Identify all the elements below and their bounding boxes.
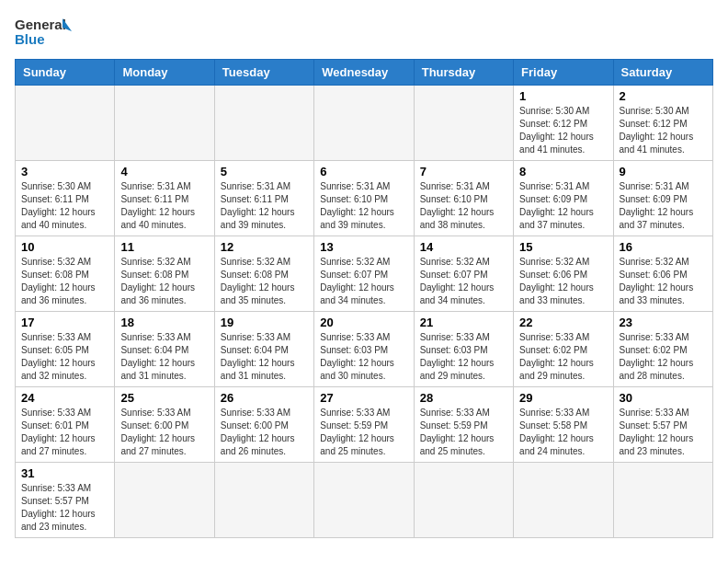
calendar-cell: 9Sunrise: 5:31 AM Sunset: 6:09 PM Daylig… [613,161,712,236]
calendar-week-row: 3Sunrise: 5:30 AM Sunset: 6:11 PM Daylig… [16,161,713,236]
calendar-cell [214,463,313,538]
day-info: Sunrise: 5:33 AM Sunset: 6:02 PM Dayligh… [519,331,607,383]
calendar-cell [514,463,613,538]
day-info: Sunrise: 5:33 AM Sunset: 5:57 PM Dayligh… [620,407,707,458]
calendar-cell [115,86,214,161]
calendar-cell [414,86,513,161]
day-info: Sunrise: 5:31 AM Sunset: 6:11 PM Dayligh… [221,180,308,232]
day-number: 31 [21,466,108,480]
calendar-cell: 16Sunrise: 5:32 AM Sunset: 6:06 PM Dayli… [613,236,712,312]
day-number: 27 [320,391,407,405]
calendar-cell: 22Sunrise: 5:33 AM Sunset: 6:02 PM Dayli… [514,312,613,387]
calendar-cell: 17Sunrise: 5:33 AM Sunset: 6:05 PM Dayli… [16,312,115,387]
day-number: 6 [320,165,407,178]
calendar-cell: 25Sunrise: 5:33 AM Sunset: 6:00 PM Dayli… [115,387,214,463]
day-info: Sunrise: 5:31 AM Sunset: 6:10 PM Dayligh… [320,180,407,232]
day-info: Sunrise: 5:32 AM Sunset: 6:08 PM Dayligh… [120,256,208,307]
calendar-cell [314,86,414,161]
svg-text:General: General [15,17,66,32]
calendar-cell: 29Sunrise: 5:33 AM Sunset: 5:58 PM Dayli… [514,387,613,463]
day-info: Sunrise: 5:33 AM Sunset: 6:02 PM Dayligh… [620,331,707,383]
day-info: Sunrise: 5:33 AM Sunset: 6:05 PM Dayligh… [21,331,108,383]
weekday-header-sunday: Sunday [16,60,115,86]
day-number: 12 [221,240,308,254]
calendar-cell: 23Sunrise: 5:33 AM Sunset: 6:02 PM Dayli… [613,312,712,387]
day-number: 11 [120,240,208,254]
day-info: Sunrise: 5:33 AM Sunset: 5:58 PM Dayligh… [519,407,607,458]
calendar-cell: 7Sunrise: 5:31 AM Sunset: 6:10 PM Daylig… [414,161,513,236]
day-info: Sunrise: 5:32 AM Sunset: 6:06 PM Dayligh… [519,256,607,307]
day-info: Sunrise: 5:33 AM Sunset: 6:03 PM Dayligh… [420,331,507,383]
weekday-header-thursday: Thursday [414,60,513,86]
day-number: 13 [320,240,407,254]
calendar-cell: 24Sunrise: 5:33 AM Sunset: 6:01 PM Dayli… [16,387,115,463]
day-number: 23 [620,316,707,329]
day-number: 21 [420,316,507,329]
calendar-cell: 31Sunrise: 5:33 AM Sunset: 5:57 PM Dayli… [16,463,115,538]
day-number: 5 [221,165,308,178]
day-number: 16 [620,240,707,254]
day-info: Sunrise: 5:32 AM Sunset: 6:08 PM Dayligh… [21,256,108,307]
day-number: 14 [420,240,507,254]
weekday-header-tuesday: Tuesday [214,60,313,86]
calendar-cell: 8Sunrise: 5:31 AM Sunset: 6:09 PM Daylig… [514,161,613,236]
calendar-table: SundayMondayTuesdayWednesdayThursdayFrid… [15,59,713,538]
calendar-cell: 19Sunrise: 5:33 AM Sunset: 6:04 PM Dayli… [214,312,313,387]
calendar-week-row: 17Sunrise: 5:33 AM Sunset: 6:05 PM Dayli… [16,312,713,387]
day-info: Sunrise: 5:31 AM Sunset: 6:09 PM Dayligh… [620,180,707,232]
day-info: Sunrise: 5:32 AM Sunset: 6:07 PM Dayligh… [320,256,407,307]
day-info: Sunrise: 5:33 AM Sunset: 6:00 PM Dayligh… [221,407,308,458]
day-number: 18 [120,316,208,329]
day-info: Sunrise: 5:32 AM Sunset: 6:06 PM Dayligh… [620,256,707,307]
day-info: Sunrise: 5:31 AM Sunset: 6:11 PM Dayligh… [120,180,208,232]
calendar-week-row: 24Sunrise: 5:33 AM Sunset: 6:01 PM Dayli… [16,387,713,463]
weekday-header-wednesday: Wednesday [314,60,414,86]
calendar-cell: 14Sunrise: 5:32 AM Sunset: 6:07 PM Dayli… [414,236,513,312]
calendar-cell: 30Sunrise: 5:33 AM Sunset: 5:57 PM Dayli… [613,387,712,463]
calendar-cell: 18Sunrise: 5:33 AM Sunset: 6:04 PM Dayli… [115,312,214,387]
calendar-cell: 1Sunrise: 5:30 AM Sunset: 6:12 PM Daylig… [514,86,613,161]
logo: GeneralBlue [15,15,79,48]
day-info: Sunrise: 5:30 AM Sunset: 6:12 PM Dayligh… [620,105,707,156]
calendar-cell: 4Sunrise: 5:31 AM Sunset: 6:11 PM Daylig… [115,161,214,236]
day-number: 19 [221,316,308,329]
day-info: Sunrise: 5:33 AM Sunset: 6:04 PM Dayligh… [120,331,208,383]
calendar-cell: 5Sunrise: 5:31 AM Sunset: 6:11 PM Daylig… [214,161,313,236]
day-number: 22 [519,316,607,329]
calendar-cell: 12Sunrise: 5:32 AM Sunset: 6:08 PM Dayli… [214,236,313,312]
day-number: 25 [120,391,208,405]
day-number: 4 [120,165,208,178]
day-number: 1 [519,89,607,103]
day-info: Sunrise: 5:33 AM Sunset: 5:59 PM Dayligh… [320,407,407,458]
day-number: 24 [21,391,108,405]
generalblue-logo-icon: GeneralBlue [15,15,79,48]
page-header: GeneralBlue [15,15,713,48]
calendar-week-row: 31Sunrise: 5:33 AM Sunset: 5:57 PM Dayli… [16,463,713,538]
day-info: Sunrise: 5:31 AM Sunset: 6:10 PM Dayligh… [420,180,507,232]
calendar-cell: 26Sunrise: 5:33 AM Sunset: 6:00 PM Dayli… [214,387,313,463]
day-info: Sunrise: 5:30 AM Sunset: 6:11 PM Dayligh… [21,180,108,232]
calendar-cell: 3Sunrise: 5:30 AM Sunset: 6:11 PM Daylig… [16,161,115,236]
calendar-week-row: 1Sunrise: 5:30 AM Sunset: 6:12 PM Daylig… [16,86,713,161]
weekday-header-saturday: Saturday [613,60,712,86]
day-number: 17 [21,316,108,329]
calendar-cell [16,86,115,161]
day-number: 29 [519,391,607,405]
day-info: Sunrise: 5:33 AM Sunset: 6:03 PM Dayligh… [320,331,407,383]
day-number: 8 [519,165,607,178]
day-info: Sunrise: 5:33 AM Sunset: 6:00 PM Dayligh… [120,407,208,458]
day-number: 30 [620,391,707,405]
svg-text:Blue: Blue [15,31,45,47]
calendar-cell: 20Sunrise: 5:33 AM Sunset: 6:03 PM Dayli… [314,312,414,387]
weekday-header-friday: Friday [514,60,613,86]
calendar-cell: 13Sunrise: 5:32 AM Sunset: 6:07 PM Dayli… [314,236,414,312]
calendar-cell: 15Sunrise: 5:32 AM Sunset: 6:06 PM Dayli… [514,236,613,312]
day-info: Sunrise: 5:33 AM Sunset: 5:59 PM Dayligh… [420,407,507,458]
day-number: 20 [320,316,407,329]
day-number: 2 [620,89,707,103]
calendar-header-row: SundayMondayTuesdayWednesdayThursdayFrid… [16,60,713,86]
weekday-header-monday: Monday [115,60,214,86]
day-number: 9 [620,165,707,178]
calendar-week-row: 10Sunrise: 5:32 AM Sunset: 6:08 PM Dayli… [16,236,713,312]
day-number: 3 [21,165,108,178]
